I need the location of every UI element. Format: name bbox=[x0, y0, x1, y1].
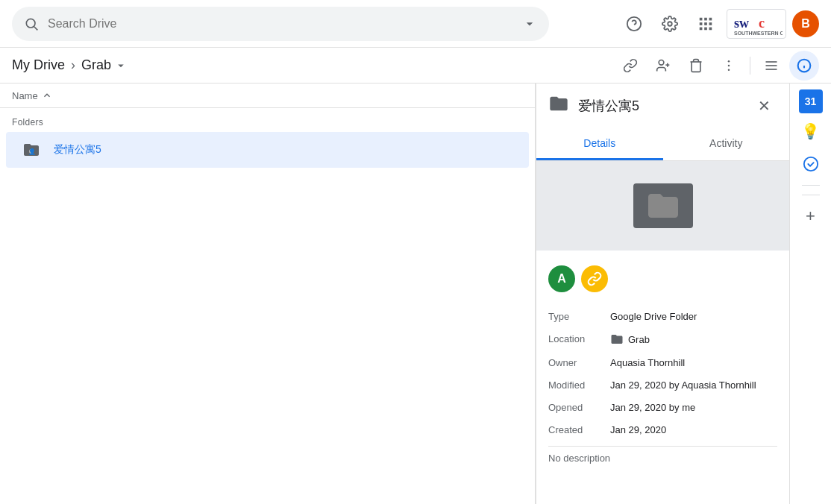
svg-text:sw: sw bbox=[734, 16, 749, 31]
toolbar-actions bbox=[615, 51, 819, 81]
svg-rect-25 bbox=[766, 65, 777, 66]
more-vert-icon bbox=[721, 58, 736, 73]
tab-activity[interactable]: Activity bbox=[663, 128, 790, 160]
keep-button[interactable]: 💡 bbox=[796, 116, 826, 146]
help-icon bbox=[626, 16, 642, 32]
breadcrumb-bar: My Drive › Grab bbox=[0, 48, 831, 84]
search-input[interactable] bbox=[48, 17, 513, 31]
tasks-button[interactable] bbox=[796, 149, 826, 179]
panel-title: 爱情公寓5 bbox=[578, 97, 741, 115]
panel-tabs: Details Activity bbox=[536, 128, 789, 161]
task-icon bbox=[803, 156, 819, 172]
panel-close-button[interactable]: ✕ bbox=[750, 92, 777, 119]
breadcrumb-dropdown-icon[interactable] bbox=[114, 59, 128, 72]
calendar-number: 31 bbox=[805, 95, 817, 107]
preview-folder-svg bbox=[645, 191, 682, 221]
detail-row-opened: Opened Jan 29, 2020 by me bbox=[548, 401, 777, 413]
svg-point-21 bbox=[728, 60, 730, 62]
svg-rect-5 bbox=[700, 17, 703, 20]
help-button[interactable] bbox=[619, 9, 649, 39]
top-header: sw c SOUTHWESTERN COLLEGE B bbox=[0, 0, 831, 48]
svg-rect-26 bbox=[766, 69, 777, 70]
svg-point-32 bbox=[803, 157, 817, 171]
swc-logo[interactable]: sw c SOUTHWESTERN COLLEGE bbox=[727, 9, 786, 39]
sidebar-divider-2 bbox=[802, 195, 820, 195]
list-icon bbox=[764, 58, 779, 73]
type-label: Type bbox=[548, 310, 604, 322]
type-value: Google Drive Folder bbox=[610, 310, 777, 322]
search-dropdown-icon[interactable] bbox=[522, 16, 537, 31]
panel-header: 爱情公寓5 ✕ bbox=[536, 84, 789, 128]
modified-label: Modified bbox=[548, 379, 604, 391]
svg-rect-6 bbox=[704, 17, 707, 20]
preview-folder-shape bbox=[633, 183, 693, 228]
search-bar[interactable] bbox=[12, 7, 549, 41]
calendar-icon[interactable]: 31 bbox=[799, 89, 823, 113]
opened-value: Jan 29, 2020 by me bbox=[610, 401, 777, 413]
svg-rect-12 bbox=[704, 27, 707, 30]
settings-button[interactable] bbox=[655, 9, 685, 39]
link-share-avatar[interactable] bbox=[581, 265, 608, 292]
owner-value: Aquasia Thornhill bbox=[610, 356, 777, 368]
detail-row-location: Location Grab bbox=[548, 333, 777, 346]
detail-row-type: Type Google Drive Folder bbox=[548, 310, 777, 322]
modified-value: Jan 29, 2020 by Aquasia Thornhill bbox=[610, 379, 777, 391]
details-panel: 爱情公寓5 ✕ Details Activity A bbox=[536, 84, 789, 504]
add-person-button[interactable] bbox=[648, 51, 678, 81]
owner-label: Owner bbox=[548, 356, 604, 368]
svg-rect-13 bbox=[709, 27, 712, 30]
tab-details[interactable]: Details bbox=[536, 128, 663, 160]
svg-text:SOUTHWESTERN COLLEGE: SOUTHWESTERN COLLEGE bbox=[734, 31, 783, 36]
more-options-button[interactable] bbox=[714, 51, 744, 81]
user-avatar-button[interactable]: B bbox=[792, 10, 819, 37]
link-share-icon bbox=[587, 271, 602, 286]
folder-svg: 👤 bbox=[22, 141, 40, 159]
info-icon bbox=[797, 58, 812, 73]
gear-icon bbox=[662, 16, 678, 32]
delete-button[interactable] bbox=[681, 51, 711, 81]
grid-icon bbox=[697, 16, 714, 32]
swc-logo-image: sw c SOUTHWESTERN COLLEGE bbox=[730, 11, 783, 37]
svg-line-1 bbox=[34, 26, 38, 30]
location-value[interactable]: Grab bbox=[610, 333, 777, 346]
breadcrumb-separator: › bbox=[71, 57, 75, 73]
location-label: Location bbox=[548, 333, 604, 346]
toolbar-divider bbox=[750, 57, 750, 75]
folder-item[interactable]: 👤 爱情公寓5 bbox=[6, 132, 529, 168]
info-button[interactable] bbox=[789, 51, 819, 81]
sort-by-name[interactable]: Name bbox=[12, 89, 53, 101]
created-value: Jan 29, 2020 bbox=[610, 423, 777, 435]
panel-preview bbox=[536, 161, 789, 251]
sort-asc-icon bbox=[41, 89, 53, 101]
svg-point-0 bbox=[26, 19, 35, 28]
location-folder-icon bbox=[610, 333, 624, 346]
panel-folder-svg bbox=[548, 93, 569, 114]
created-label: Created bbox=[548, 423, 604, 435]
owner-avatar[interactable]: A bbox=[548, 265, 575, 292]
main-layout: Name Folders 👤 爱情公寓5 bbox=[0, 84, 831, 504]
detail-row-created: Created Jan 29, 2020 bbox=[548, 423, 777, 435]
svg-text:👤: 👤 bbox=[28, 148, 36, 155]
add-app-button[interactable]: + bbox=[796, 201, 826, 231]
right-panel-wrapper: 爱情公寓5 ✕ Details Activity A bbox=[536, 84, 831, 504]
list-view-button[interactable] bbox=[756, 51, 786, 81]
person-add-icon bbox=[656, 58, 671, 73]
detail-row-modified: Modified Jan 29, 2020 by Aquasia Thornhi… bbox=[548, 379, 777, 391]
folder-name: 爱情公寓5 bbox=[54, 143, 101, 157]
detail-row-owner: Owner Aquasia Thornhill bbox=[548, 356, 777, 368]
folders-section-label: Folders bbox=[0, 108, 535, 130]
breadcrumb-my-drive[interactable]: My Drive bbox=[12, 57, 65, 73]
panel-folder-icon bbox=[548, 93, 569, 119]
svg-rect-10 bbox=[709, 22, 712, 25]
svg-point-4 bbox=[668, 22, 672, 26]
header-icons: sw c SOUTHWESTERN COLLEGE B bbox=[619, 9, 819, 39]
share-avatars: A bbox=[548, 262, 777, 295]
details-table: Type Google Drive Folder Location Grab bbox=[548, 310, 777, 435]
sidebar-divider bbox=[802, 185, 820, 186]
opened-label: Opened bbox=[548, 401, 604, 413]
file-list: Name Folders 👤 爱情公寓5 bbox=[0, 84, 536, 504]
svg-point-18 bbox=[659, 60, 664, 65]
link-button[interactable] bbox=[615, 51, 645, 81]
svg-rect-7 bbox=[709, 17, 712, 20]
apps-button[interactable] bbox=[691, 9, 721, 39]
